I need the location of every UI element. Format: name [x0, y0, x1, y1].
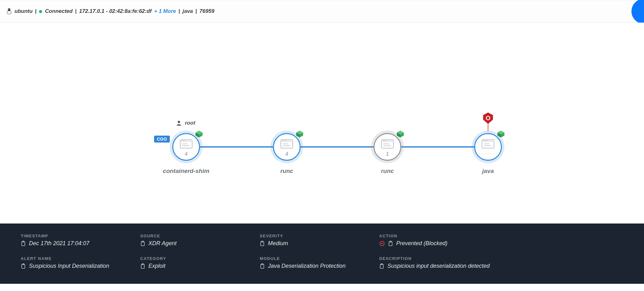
detail-value: Suspicious Input Deserialization — [29, 263, 109, 269]
process-user-name: root — [185, 120, 195, 126]
svg-point-40 — [484, 140, 485, 141]
detail-label: DESCRIPTION — [379, 256, 623, 261]
svg-rect-62 — [261, 264, 264, 268]
clipboard-icon[interactable] — [21, 263, 26, 269]
svg-point-4 — [178, 121, 180, 123]
separator: | — [179, 8, 180, 14]
clipboard-icon[interactable] — [388, 241, 393, 246]
connector-line — [301, 146, 374, 148]
host-name[interactable]: ubuntu — [14, 8, 33, 14]
separator: | — [196, 8, 197, 14]
svg-rect-60 — [141, 264, 144, 268]
svg-rect-58 — [22, 264, 25, 268]
svg-point-17 — [282, 140, 283, 141]
container-cube-icon — [296, 130, 304, 138]
detail-description: DESCRIPTION Suspicious input deserializa… — [379, 256, 623, 269]
svg-rect-64 — [380, 264, 383, 268]
process-node-runc[interactable]: 4 runc — [273, 133, 301, 161]
blocked-icon — [379, 241, 385, 246]
separator: | — [75, 8, 77, 14]
process-node-label: runc — [381, 168, 394, 175]
clipboard-icon[interactable] — [379, 263, 384, 269]
container-cube-icon — [195, 130, 203, 138]
header-bar: ubuntu | Connected | 172.17.0.1 - 02:42:… — [0, 0, 644, 23]
clipboard-icon[interactable] — [140, 263, 145, 269]
svg-point-7 — [182, 140, 183, 141]
detail-value: Java Deserialization Protection — [268, 263, 346, 269]
process-window-icon — [482, 139, 494, 152]
clipboard-icon[interactable] — [140, 241, 145, 246]
svg-rect-50 — [141, 242, 144, 246]
svg-point-2 — [8, 9, 9, 10]
svg-rect-52 — [261, 242, 264, 246]
detail-value: Dec 17th 2021 17:04:07 — [29, 240, 89, 247]
process-window-icon — [180, 139, 192, 152]
detail-value: Prevented (Blocked) — [396, 240, 447, 247]
detail-label: ACTION — [379, 234, 623, 238]
svg-rect-10 — [182, 143, 188, 144]
detail-label: ALERT NAME — [21, 256, 140, 261]
svg-rect-11 — [182, 145, 190, 146]
svg-rect-20 — [283, 143, 288, 144]
detail-label: TIMESTAMP — [21, 234, 140, 238]
detail-label: SOURCE — [140, 234, 260, 238]
process-tree-diagram[interactable]: root CGO 4 cont — [0, 23, 644, 224]
process-node-java[interactable]: java — [474, 133, 502, 161]
svg-point-29 — [386, 140, 387, 141]
status-dot-icon — [39, 10, 42, 13]
detail-source: SOURCE XDR Agent — [140, 234, 260, 247]
alert-shield-icon[interactable] — [482, 112, 494, 127]
detail-action: ACTION Prevented (Blocked) — [379, 234, 623, 247]
process-window-icon — [280, 139, 293, 152]
svg-point-41 — [485, 140, 486, 141]
svg-rect-44 — [484, 145, 491, 146]
svg-point-1 — [8, 8, 10, 11]
detail-label: SEVERITY — [260, 234, 379, 238]
connection-status: Connected — [39, 8, 73, 14]
clipboard-icon[interactable] — [21, 241, 26, 246]
linux-icon — [6, 8, 12, 14]
header-action-button[interactable] — [631, 0, 644, 24]
connector-line — [401, 146, 474, 148]
process-name[interactable]: java — [182, 8, 193, 14]
svg-rect-21 — [283, 145, 290, 146]
process-node-containerd-shim[interactable]: CGO 4 containerd-shim — [172, 133, 200, 161]
user-icon — [176, 120, 182, 126]
process-node-label: containerd-shim — [163, 168, 209, 175]
process-pid: 76959 — [199, 8, 214, 14]
connector-line — [200, 146, 273, 148]
host-address: 172.17.0.1 - 02:42:8a:fe:62:df — [79, 8, 152, 14]
process-user-label: root — [176, 120, 195, 126]
cgo-badge: CGO — [154, 136, 170, 143]
detail-alert-name: ALERT NAME Suspicious Input Deserializat… — [21, 256, 140, 269]
process-node-label: runc — [280, 168, 293, 175]
detail-value: XDR Agent — [148, 240, 176, 247]
detail-value: Exploit — [148, 263, 165, 269]
svg-point-8 — [183, 140, 184, 141]
process-node-label: java — [482, 168, 494, 175]
process-window-icon — [381, 139, 394, 152]
alert-pin-stalk — [488, 123, 488, 131]
detail-timestamp: TIMESTAMP Dec 17th 2021 17:04:07 — [21, 234, 140, 247]
svg-rect-30 — [383, 143, 389, 144]
separator: | — [35, 8, 37, 14]
container-cube-icon — [497, 130, 505, 138]
detail-label: MODULE — [260, 256, 379, 261]
clipboard-icon[interactable] — [260, 241, 265, 246]
more-addresses-link[interactable]: + 1 More — [154, 8, 176, 14]
process-children-count: 1 — [375, 151, 400, 157]
svg-point-3 — [9, 9, 10, 10]
svg-rect-43 — [484, 143, 490, 144]
svg-point-18 — [284, 140, 285, 141]
breadcrumb: ubuntu | Connected | 172.17.0.1 - 02:42:… — [6, 8, 214, 14]
status-text: Connected — [45, 8, 73, 14]
svg-point-42 — [487, 140, 488, 141]
clipboard-icon[interactable] — [260, 263, 265, 269]
svg-rect-31 — [383, 145, 391, 146]
process-node-runc-2[interactable]: 1 runc — [374, 133, 401, 161]
process-children-count: 4 — [274, 151, 300, 157]
container-cube-icon — [396, 130, 404, 138]
detail-module: MODULE Java Deserialization Protection — [260, 256, 379, 269]
alert-detail-panel: TIMESTAMP Dec 17th 2021 17:04:07 SOURCE … — [0, 224, 644, 284]
svg-rect-56 — [389, 242, 392, 246]
